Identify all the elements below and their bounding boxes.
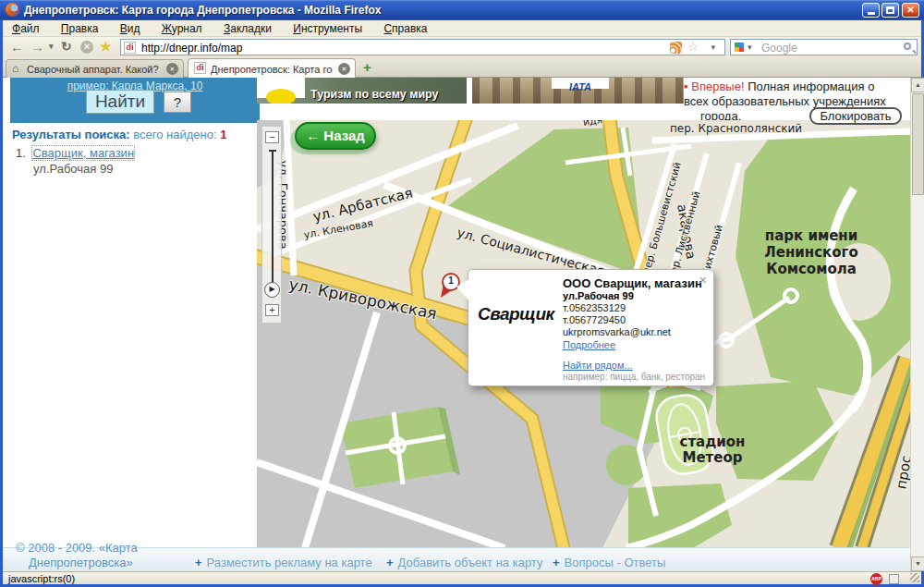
popup-title: ООО Сварщик, магазин <box>563 276 706 290</box>
status-text: javascript:rs(0) <box>8 573 75 584</box>
footer: +Разместить рекламу на карте +Добавить о… <box>3 547 910 571</box>
find-nearby-link[interactable]: Найти рядом... <box>563 360 706 372</box>
results-label: Результаты поиска: <box>12 128 130 141</box>
block-ad-button[interactable]: Блокировать <box>809 107 902 125</box>
menu-history[interactable]: Журнал <box>152 20 212 35</box>
adblock-icon[interactable]: ABP <box>870 573 882 585</box>
footer-link-advertise[interactable]: +Разместить рекламу на карте <box>195 556 372 569</box>
results-header: Результаты поиска: всего найдено: 1 <box>12 128 226 141</box>
zoom-track[interactable] <box>272 151 274 291</box>
maximize-icon <box>886 6 894 14</box>
back-icon[interactable]: ← <box>10 39 24 55</box>
scroll-up-icon[interactable]: ▲ <box>911 78 924 92</box>
footer-link-faq[interactable]: +Вопросы - Ответы <box>553 556 665 569</box>
nav-dropdown-icon[interactable]: ▾ <box>49 42 54 51</box>
url-bar[interactable]: di http://dnepr.info/map ☆ ▾ <box>120 39 725 55</box>
home-icon[interactable]: ★ <box>100 39 112 54</box>
help-button[interactable]: ? <box>164 92 191 113</box>
ad-banner-iata[interactable]: IATA <box>472 78 684 104</box>
menu-view[interactable]: Вид <box>111 20 150 35</box>
firefox-icon <box>6 3 19 17</box>
iata-strip: IATA <box>552 78 609 89</box>
minimize-button[interactable] <box>862 3 880 18</box>
tab-close-icon[interactable]: ✕ <box>338 63 350 75</box>
popup-phone: т.0562353129 <box>563 302 706 314</box>
map-viewport[interactable]: ул. Гончарова ул. Арбатская ул. Кленовая… <box>257 120 910 548</box>
popup-tail <box>456 279 469 301</box>
bookmark-star-icon[interactable]: ☆ <box>687 40 699 54</box>
magnifier-icon[interactable] <box>904 43 911 50</box>
marker-number: 1 <box>445 275 456 286</box>
notice-highlight: Впервые! <box>691 79 744 93</box>
forward-icon[interactable]: → <box>30 39 44 55</box>
minimize-icon <box>868 12 875 15</box>
new-tab-icon[interactable]: + <box>363 59 371 75</box>
popup-email[interactable]: ukrpromsvarka@ukr.net <box>563 326 706 338</box>
window-title: Днепропетровск: Карта города Днепропетро… <box>24 4 381 17</box>
stop-icon[interactable]: ✕ <box>80 41 93 54</box>
resize-grip[interactable] <box>910 573 919 582</box>
url-dropdown-icon[interactable]: ▾ <box>711 43 715 52</box>
tab-title: Сварочный аппарат. Какой? - С... <box>27 64 161 75</box>
result-index: 1. <box>16 146 26 160</box>
zoom-out-button[interactable]: − <box>265 131 279 143</box>
menu-edit[interactable]: Правка <box>52 20 108 35</box>
search-panel: пример: Карла Маркса, 10 Найти ? <box>10 78 260 123</box>
plus-icon: + <box>386 556 394 569</box>
banner-text: Туризм по всему миру <box>310 88 439 101</box>
found-label: всего найдено: <box>133 128 216 141</box>
tab-map-active[interactable]: di Днепропетровск: Карта города ... ✕ <box>188 58 356 78</box>
find-button[interactable]: Найти <box>86 90 154 114</box>
result-item: 1. Сварщик, магазин ул.Рабочая 99 <box>16 146 134 176</box>
menu-file[interactable]: Файл <box>3 20 49 35</box>
plus-icon: + <box>195 556 202 569</box>
zoom-in-button[interactable]: + <box>265 304 279 316</box>
tab-close-icon[interactable]: ✕ <box>166 63 178 75</box>
popup-phone: т.0567729450 <box>563 314 706 326</box>
scroll-down-icon[interactable]: ▼ <box>911 556 924 571</box>
back-map-button[interactable]: ← Назад <box>295 122 376 150</box>
menu-help[interactable]: Справка <box>374 20 436 35</box>
menu-bookmarks[interactable]: Закладки <box>214 20 281 35</box>
menu-tools[interactable]: Инструменты <box>284 20 371 35</box>
maximize-button[interactable] <box>881 3 899 18</box>
navigation-toolbar: ← → ▾ ↻ ✕ ★ di http://dnepr.info/map ☆ ▾… <box>3 37 921 57</box>
site-favicon: di <box>124 42 136 54</box>
rss-icon[interactable] <box>670 42 682 54</box>
menu-bar: Файл Правка Вид Журнал Закладки Инструме… <box>3 20 921 37</box>
footer-link-add-object[interactable]: +Добавить объект на карту <box>386 556 542 569</box>
nearby-hint: например: пицца, банк, ресторан <box>563 372 706 383</box>
ad-banner-tourism[interactable]: Туризм по всему миру <box>257 78 467 104</box>
details-link[interactable]: Подробнее <box>563 338 706 351</box>
scrollbar-thumb[interactable] <box>912 93 924 195</box>
stadium-label: стадион Метеор <box>674 434 751 466</box>
result-address: ул.Рабочая 99 <box>33 162 134 176</box>
bullet-icon: ▪ <box>684 79 688 93</box>
url-text[interactable]: http://dnepr.info/map <box>141 42 242 55</box>
browser-window: Днепропетровск: Карта города Днепропетро… <box>0 0 924 587</box>
sun-logo-icon <box>266 89 296 104</box>
reload-icon[interactable]: ↻ <box>61 39 72 54</box>
search-engine-dropdown-icon[interactable]: ▾ <box>748 43 752 52</box>
status-bar: javascript:rs(0) ABP <box>3 571 921 584</box>
search-placeholder[interactable]: Google <box>761 42 797 55</box>
tab-favicon: di <box>194 62 206 74</box>
page-content: пример: Карла Маркса, 10 Найти ? Результ… <box>3 78 921 571</box>
place-popup: × Сварщик ООО Сварщик, магазин ул.Рабоча… <box>468 269 714 386</box>
zoom-thumb[interactable]: ▶ <box>264 282 280 298</box>
tab-bar: ⌂ Сварочный аппарат. Какой? - С... ✕ di … <box>3 57 921 78</box>
close-button[interactable]: ✕ <box>902 3 919 18</box>
zoom-control: − ▶ + <box>261 126 282 324</box>
result-link[interactable]: Сварщик, магазин <box>32 146 134 160</box>
tab-welding[interactable]: ⌂ Сварочный аппарат. Какой? - С... ✕ <box>6 59 184 78</box>
tab-title: Днепропетровск: Карта города ... <box>211 64 333 75</box>
search-box[interactable]: ▾ Google <box>730 39 918 55</box>
popup-close-icon[interactable]: × <box>699 272 707 287</box>
page-scrollbar[interactable]: ▲ ▼ <box>910 78 924 571</box>
street-label-krasnopolyansky: пер. Краснополянский <box>670 122 802 135</box>
back-arrow-icon: ← <box>306 128 320 143</box>
found-count: 1 <box>220 128 226 141</box>
park-label: парк имени Ленинского Комсомола <box>760 227 862 277</box>
title-bar[interactable]: Днепропетровск: Карта города Днепропетро… <box>0 0 924 20</box>
notes-icon[interactable] <box>889 574 899 584</box>
